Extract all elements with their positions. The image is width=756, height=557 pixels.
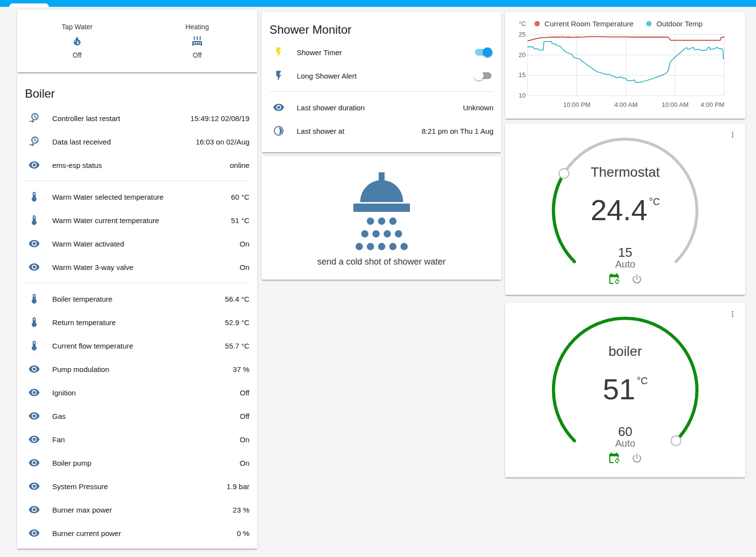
svg-text:15: 15 xyxy=(519,71,526,79)
calendar-sync-icon[interactable] xyxy=(608,273,620,286)
boiler-dial-card: boiler 51 °C 60 Auto xyxy=(505,303,745,477)
entity-value: On xyxy=(240,435,249,444)
entity-row[interactable]: Return temperature52.9 °C xyxy=(25,310,249,334)
thermostat-card: Thermostat 24.4 °C 15 Auto xyxy=(505,124,745,295)
entity-label: Warm Water activated xyxy=(52,240,124,248)
legend-item-room: Current Room Temperature xyxy=(534,20,633,28)
entity-value: online xyxy=(230,161,249,169)
entity-row[interactable]: Warm Water 3-way valveOn xyxy=(25,255,249,279)
eye-icon xyxy=(28,238,40,249)
radiator-icon xyxy=(191,35,203,47)
divider xyxy=(25,181,249,181)
entity-row[interactable]: FanOn xyxy=(25,428,249,451)
entity-label: Last shower at xyxy=(297,127,345,135)
glance-item-tap-water[interactable]: Tap WaterOff xyxy=(17,23,137,59)
entity-value: On xyxy=(240,459,249,467)
entity-row[interactable]: Warm Water activatedOn xyxy=(25,232,249,255)
shower-shot-button-card[interactable]: send a cold shot of shower water xyxy=(262,156,501,280)
entity-value: 56.4 °C xyxy=(225,295,249,303)
entity-value: Off xyxy=(240,389,249,397)
entity-row[interactable]: Warm Water current temperature51 °C xyxy=(25,208,249,232)
dial-current-temperature: 24.4 °C xyxy=(505,194,745,227)
entity-row[interactable]: Current flow temperature55.7 °C xyxy=(25,334,249,357)
eye-icon xyxy=(28,457,40,469)
entity-label: Warm Water 3-way valve xyxy=(52,263,133,271)
divider xyxy=(25,283,249,283)
entity-row[interactable]: Data last received16:03 on 02/Aug xyxy=(25,130,249,153)
entity-value: 0 % xyxy=(237,529,249,537)
entity-label: Shower Timer xyxy=(297,48,342,57)
shower-shot-button-label: send a cold shot of shower water xyxy=(317,257,446,267)
dial-title: Thermostat xyxy=(505,165,745,180)
fire-icon xyxy=(71,35,83,47)
card-title: Shower Monitor xyxy=(262,12,501,40)
entity-value: 1.9 bar xyxy=(226,482,249,491)
legend-dot-outdoor xyxy=(646,21,652,26)
entity-row[interactable]: ems-esp statusonline xyxy=(25,153,249,177)
eye-icon xyxy=(28,261,40,273)
shower-head-icon xyxy=(352,172,411,252)
entity-value: On xyxy=(240,263,249,271)
active-tab-indicator[interactable] xyxy=(9,3,49,7)
entity-row[interactable]: IgnitionOff xyxy=(25,381,249,404)
svg-text:4:00 PM: 4:00 PM xyxy=(701,101,724,108)
entity-row[interactable]: Pump modulation37 % xyxy=(25,357,249,381)
app-header-bar xyxy=(0,0,756,7)
entity-row[interactable]: Long Shower Alert xyxy=(269,64,493,87)
entity-row[interactable]: Burner max power23 % xyxy=(25,498,249,521)
svg-text:10:00 PM: 10:00 PM xyxy=(563,101,591,108)
dial-setpoint: 15 xyxy=(505,245,745,260)
power-icon[interactable] xyxy=(631,452,643,465)
eye-icon xyxy=(28,363,40,375)
dial-current-temperature: 51 °C xyxy=(505,373,745,406)
divider xyxy=(269,91,493,92)
svg-text:10: 10 xyxy=(519,92,526,99)
entity-row[interactable]: Controller last restart15:49:12 02/08/19 xyxy=(25,106,249,130)
dial-setpoint: 60 xyxy=(505,424,745,439)
entity-row[interactable]: Last shower durationUnknown xyxy=(269,96,493,119)
glance-item-heating[interactable]: HeatingOff xyxy=(137,23,257,59)
entity-row[interactable]: Warm Water selected temperature60 °C xyxy=(25,185,249,208)
entity-row[interactable]: Boiler pumpOn xyxy=(25,451,249,474)
entity-label: System Pressure xyxy=(52,482,108,491)
dial-mode: Auto xyxy=(505,259,745,270)
eye-icon xyxy=(273,102,285,113)
entity-label: Data last received xyxy=(52,138,111,146)
eye-icon xyxy=(28,410,40,422)
entity-value: 23 % xyxy=(233,506,249,514)
dial-title: boiler xyxy=(505,344,745,359)
shower-monitor-card: Shower Monitor Shower TimerLong Shower A… xyxy=(262,12,501,152)
legend-item-outdoor: Outdoor Temp xyxy=(646,20,703,28)
entity-value: 8:21 pm on Thu 1 Aug xyxy=(422,127,493,135)
thermometer-icon xyxy=(28,191,40,203)
entity-row[interactable]: Shower Timer xyxy=(269,41,493,64)
moon-icon xyxy=(273,125,285,137)
toggle-switch[interactable] xyxy=(474,47,492,57)
entity-value: 37 % xyxy=(233,365,249,373)
svg-text:4:00 AM: 4:00 AM xyxy=(614,101,638,108)
thermometer-icon xyxy=(28,214,40,226)
entity-row[interactable]: Last shower at8:21 pm on Thu 1 Aug xyxy=(269,119,493,143)
entity-value: 15:49:12 02/08/19 xyxy=(190,114,249,123)
temperature-chart: 2520151010:00 PM4:00 AM10:00 AM4:00 PM xyxy=(513,30,737,114)
glance-item-name: Heating xyxy=(185,23,209,31)
entity-label: Pump modulation xyxy=(52,365,109,373)
entity-label: Boiler pump xyxy=(52,459,91,467)
entity-row[interactable]: System Pressure1.9 bar xyxy=(25,474,249,498)
entity-row[interactable]: GasOff xyxy=(25,404,249,428)
power-icon[interactable] xyxy=(631,273,643,286)
calendar-sync-icon[interactable] xyxy=(608,452,620,465)
entity-row[interactable]: Boiler temperature56.4 °C xyxy=(25,287,249,310)
toggle-switch[interactable] xyxy=(474,71,492,81)
entity-label: Gas xyxy=(52,412,66,420)
entity-label: Boiler temperature xyxy=(52,295,112,303)
eye-icon xyxy=(28,504,40,516)
glance-item-name: Tap Water xyxy=(61,23,92,31)
clock-start-icon xyxy=(28,136,40,147)
thermometer-icon xyxy=(28,293,40,305)
entity-value: 60 °C xyxy=(231,193,249,201)
entity-row[interactable]: Burner current power0 % xyxy=(25,521,249,545)
legend-dot-room xyxy=(534,21,540,26)
eye-icon xyxy=(28,387,40,398)
entity-label: Return temperature xyxy=(52,318,116,327)
